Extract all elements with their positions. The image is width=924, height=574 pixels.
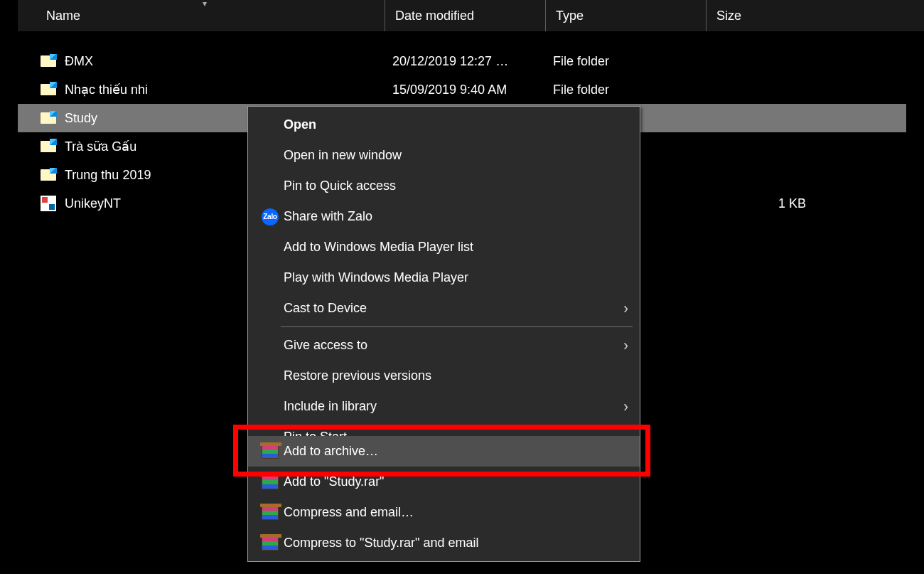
- menu-item[interactable]: Restore previous versions: [248, 361, 640, 391]
- folder-icon: [41, 83, 56, 97]
- sort-indicator-icon: ▾: [203, 0, 207, 9]
- menu-item-icon-slot: [257, 475, 284, 489]
- menu-separator: [281, 326, 633, 327]
- menu-item-label: Pin to Quick access: [284, 179, 628, 193]
- column-headers: Name ▾ Date modified Type Size: [18, 0, 924, 31]
- menu-item[interactable]: Pin to Start: [248, 422, 640, 436]
- column-header-type-label: Type: [556, 9, 584, 23]
- file-name-cell: Nhạc thiếu nhi: [18, 82, 385, 97]
- column-header-size[interactable]: Size: [707, 0, 820, 31]
- column-header-date-label: Date modified: [395, 9, 474, 23]
- menu-item[interactable]: Add to archive…: [248, 436, 640, 467]
- menu-item-icon-slot: [257, 536, 284, 551]
- column-header-name[interactable]: Name ▾: [18, 0, 385, 31]
- column-header-type[interactable]: Type: [546, 0, 707, 31]
- menu-item[interactable]: Compress and email…: [248, 497, 640, 528]
- menu-item[interactable]: Open: [248, 110, 640, 140]
- file-name-label: Trà sữa Gấu: [65, 139, 136, 154]
- file-name-label: Nhạc thiếu nhi: [65, 82, 148, 97]
- menu-item-icon-slot: [257, 506, 284, 520]
- menu-item-label: Pin to Start: [284, 430, 628, 436]
- menu-item-label: Add to Windows Media Player list: [284, 240, 628, 255]
- menu-item-label: Include in library: [284, 399, 623, 414]
- menu-item[interactable]: Open in new window: [248, 140, 640, 171]
- menu-item-label: Open: [284, 117, 628, 132]
- context-menu: OpenOpen in new windowPin to Quick acces…: [247, 106, 640, 562]
- file-name-cell: ĐMX: [18, 54, 385, 69]
- menu-item-label: Open in new window: [284, 148, 628, 163]
- menu-item[interactable]: ZaloShare with Zalo: [248, 201, 640, 232]
- file-row[interactable]: ĐMX20/12/2019 12:27 …File folder: [18, 47, 906, 75]
- menu-item-icon-slot: Zalo: [257, 208, 284, 225]
- menu-item-label: Give access to: [284, 338, 623, 353]
- menu-item-label: Add to "Study.rar": [284, 474, 628, 489]
- app-icon: [41, 196, 56, 211]
- file-date-cell: 20/12/2019 12:27 …: [385, 54, 546, 69]
- file-date-cell: 15/09/2019 9:40 AM: [385, 83, 546, 97]
- menu-item[interactable]: Include in library›: [248, 391, 640, 422]
- file-type-cell: File folder: [546, 83, 707, 97]
- file-name-label: ĐMX: [65, 54, 93, 69]
- file-row[interactable]: Nhạc thiếu nhi15/09/2019 9:40 AMFile fol…: [18, 75, 906, 104]
- menu-item-icon-slot: [257, 445, 284, 459]
- column-header-date[interactable]: Date modified: [385, 0, 546, 31]
- menu-item-label: Cast to Device: [284, 301, 623, 316]
- column-header-name-label: Name: [46, 9, 80, 23]
- folder-icon: [41, 168, 56, 182]
- menu-item-label: Compress to "Study.rar" and email: [284, 536, 628, 551]
- file-name-label: Study: [65, 111, 97, 126]
- zalo-icon: Zalo: [262, 208, 279, 225]
- winrar-icon: [262, 445, 279, 459]
- menu-item[interactable]: Play with Windows Media Player: [248, 262, 640, 293]
- file-name-label: UnikeyNT: [65, 196, 121, 211]
- winrar-icon: [262, 475, 279, 489]
- menu-item[interactable]: Pin to Quick access: [248, 171, 640, 201]
- folder-icon: [41, 54, 56, 68]
- file-name-label: Trung thu 2019: [65, 168, 151, 183]
- menu-item[interactable]: Add to "Study.rar": [248, 467, 640, 497]
- menu-item[interactable]: Cast to Device›: [248, 293, 640, 324]
- menu-item[interactable]: Add to Windows Media Player list: [248, 232, 640, 262]
- menu-item[interactable]: Give access to›: [248, 330, 640, 361]
- chevron-right-icon: ›: [623, 299, 628, 318]
- chevron-right-icon: ›: [623, 336, 628, 355]
- menu-item-label: Restore previous versions: [284, 368, 628, 383]
- winrar-icon: [262, 506, 279, 520]
- column-header-size-label: Size: [716, 9, 741, 23]
- file-type-cell: File folder: [546, 54, 707, 69]
- folder-icon: [41, 111, 56, 125]
- menu-item-label: Share with Zalo: [284, 209, 628, 224]
- menu-item-label: Add to archive…: [284, 444, 628, 459]
- menu-item[interactable]: Compress to "Study.rar" and email: [248, 528, 640, 558]
- menu-item-label: Play with Windows Media Player: [284, 270, 628, 285]
- chevron-right-icon: ›: [623, 398, 628, 416]
- winrar-icon: [262, 536, 279, 551]
- file-size-cell: 1 KB: [707, 196, 820, 211]
- menu-item-label: Compress and email…: [284, 505, 628, 520]
- folder-icon: [41, 139, 56, 154]
